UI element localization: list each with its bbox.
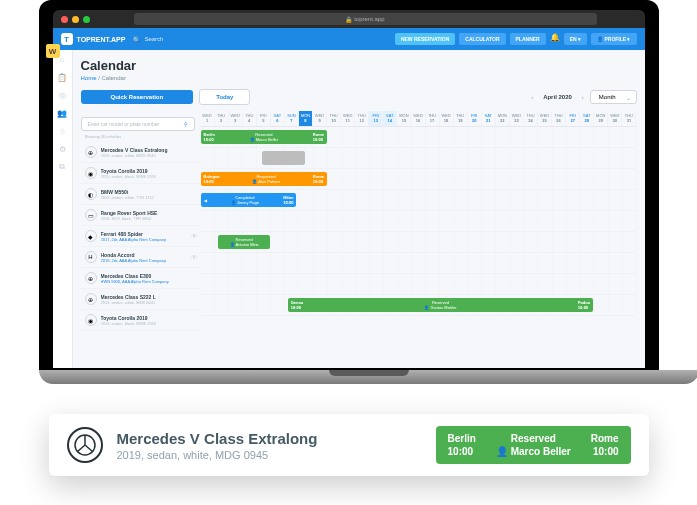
lock-icon: 🔒 xyxy=(345,16,352,23)
vehicle-row[interactable]: ◉Toyota Corolla 20192015, sedan, black, … xyxy=(81,310,201,331)
vehicle-row[interactable]: ⊕Mercedes Class S222 L2019, sedan, white… xyxy=(81,289,201,310)
brand-logo-icon: ⊕ xyxy=(85,146,97,158)
vehicle-meta: 2016, SUV, black, TFR 5864 xyxy=(101,216,197,221)
sidebar-star-icon[interactable]: ☆ xyxy=(57,126,67,136)
url-bar[interactable]: 🔒 toprent.app xyxy=(134,13,597,25)
calendar-day[interactable]: WED1 xyxy=(201,111,215,126)
calendar-day[interactable]: THU17 xyxy=(426,111,440,126)
reservation-bar[interactable] xyxy=(262,151,306,165)
prev-month-icon[interactable]: ‹ xyxy=(531,94,533,100)
visibility-icon[interactable]: 👁 xyxy=(191,233,197,239)
vehicle-row[interactable]: ⊕Mercedes V Class Extralong2019, sedan, … xyxy=(81,142,201,163)
calendar-day[interactable]: SAT14 xyxy=(383,111,397,126)
vehicle-row[interactable]: ⊕Mercedes Class E300HWN 9900, AAA Alpha … xyxy=(81,268,201,289)
view-select[interactable]: Month xyxy=(590,90,637,104)
window-minimize-icon[interactable] xyxy=(72,16,79,23)
calendar-day[interactable]: WED23 xyxy=(510,111,524,126)
calendar-day[interactable]: MON8 xyxy=(299,111,313,126)
visibility-icon[interactable]: 👁 xyxy=(191,254,197,260)
laptop-base xyxy=(39,370,698,384)
window-maximize-icon[interactable] xyxy=(83,16,90,23)
calendar-day[interactable]: MON15 xyxy=(397,111,411,126)
calendar-day[interactable]: THU19 xyxy=(454,111,468,126)
global-search[interactable]: 🔍 Search xyxy=(133,36,253,43)
vehicle-row[interactable]: ▭Range Rover Sport HSE2016, SUV, black, … xyxy=(81,205,201,226)
vehicle-row[interactable]: ◐BMW M550i2019, sedan, white, TTG 1112 xyxy=(81,184,201,205)
calendar-row[interactable] xyxy=(201,148,637,169)
calendar-day[interactable]: FRI20 xyxy=(468,111,482,126)
today-button[interactable]: Today xyxy=(199,89,250,105)
reservation-bar[interactable]: Reserved👤 Antonio Meis xyxy=(218,235,270,249)
calendar-day[interactable]: SAT28 xyxy=(580,111,594,126)
reservation-bar[interactable]: Bologna10:00Requested👤 Alan PalmerRome10… xyxy=(201,172,327,186)
calendar-row[interactable] xyxy=(201,211,637,232)
vehicle-search-input[interactable]: Enter car model or plate number ⚲ xyxy=(81,117,195,131)
calendar-day[interactable]: WED25 xyxy=(538,111,552,126)
calendar-row[interactable]: Reserved👤 Antonio Meis xyxy=(201,232,637,253)
calendar-day[interactable]: FRI27 xyxy=(566,111,580,126)
calendar-header: WED1THU2WED3THU4FRI5SAT6SUN7MON8WED9THU1… xyxy=(201,111,637,127)
calendar-row[interactable] xyxy=(201,274,637,295)
calendar-day[interactable]: THU31 xyxy=(622,111,636,126)
sidebar-gear-icon[interactable]: ⚙ xyxy=(57,144,67,154)
reservation-bar[interactable]: Genoa10:00Reserved👤 Gustav MahlerPadua10… xyxy=(288,298,593,312)
detail-reservation-bar[interactable]: Berlin 10:00 Reserved 👤 Marco Beller Rom… xyxy=(436,426,631,464)
calendar-day[interactable]: SUN7 xyxy=(285,111,299,126)
calendar-day[interactable]: SAT6 xyxy=(271,111,285,126)
workspace-badge[interactable]: W xyxy=(53,44,60,58)
calendar-day[interactable]: THU2 xyxy=(215,111,229,126)
calendar-row[interactable]: Berlin10:00Reserved👤 Marco BellerRome10:… xyxy=(201,127,637,148)
app-logo[interactable]: T TOPRENT.APP xyxy=(61,33,126,45)
calendar-day[interactable]: THU26 xyxy=(552,111,566,126)
next-month-icon[interactable]: › xyxy=(582,94,584,100)
calendar-day[interactable]: THU10 xyxy=(327,111,341,126)
calendar-day[interactable]: WED11 xyxy=(341,111,355,126)
profile-menu[interactable]: 👤 PROFILE ▾ xyxy=(591,33,636,45)
calendar-day[interactable]: WED16 xyxy=(411,111,425,126)
vehicle-row[interactable]: ◉Toyota Corolla 20192015, sedan, black, … xyxy=(81,163,201,184)
vehicle-meta: 2019, sedan, white, TTG 1112 xyxy=(101,195,197,200)
planner-button[interactable]: PLANNER xyxy=(510,33,546,45)
calendar-day[interactable]: MON22 xyxy=(496,111,510,126)
calendar-day[interactable]: THU12 xyxy=(355,111,369,126)
calendar-day[interactable]: WED9 xyxy=(313,111,327,126)
quick-reservation-button[interactable]: Quick Reservation xyxy=(81,90,194,104)
window-close-icon[interactable] xyxy=(61,16,68,23)
filter-icon[interactable]: ⚲ xyxy=(184,121,188,127)
sidebar-copy-icon[interactable]: ⧉ xyxy=(57,162,67,172)
language-select[interactable]: EN ▾ xyxy=(564,33,587,45)
reservation-detail-card: Mercedes V Class Extralong 2019, sedan, … xyxy=(49,414,649,476)
calendar-day[interactable]: THU4 xyxy=(243,111,257,126)
sidebar-clipboard-icon[interactable]: 📋 xyxy=(57,72,67,82)
logo-icon: T xyxy=(61,33,73,45)
vehicle-meta: 2019, 2dr, AAA Alpha Rent Company xyxy=(101,258,187,263)
calendar-day[interactable]: SAT21 xyxy=(482,111,496,126)
calendar-row[interactable] xyxy=(201,253,637,274)
calendar-day[interactable]: FRI13 xyxy=(369,111,383,126)
calendar-row[interactable]: ◀Completed👤 Jimmy PageMilan10:00 xyxy=(201,190,637,211)
detail-vehicle-name: Mercedes V Class Extralong xyxy=(117,430,422,447)
calendar-day[interactable]: WED30 xyxy=(608,111,622,126)
brand-logo-icon: ⊕ xyxy=(85,293,97,305)
calendar-day[interactable]: WED3 xyxy=(229,111,243,126)
calendar-day[interactable]: THU24 xyxy=(524,111,538,126)
calendar-row[interactable]: Genoa10:00Reserved👤 Gustav MahlerPadua10… xyxy=(201,295,637,316)
new-reservation-button[interactable]: NEW RESERVATION xyxy=(395,33,455,45)
vehicle-meta: 2015, sedan, black, MWE 2019 xyxy=(101,174,197,179)
breadcrumb-home[interactable]: Home xyxy=(81,75,97,81)
calendar-day[interactable]: FRI5 xyxy=(257,111,271,126)
calendar-row[interactable]: Bologna10:00Requested👤 Alan PalmerRome10… xyxy=(201,169,637,190)
vehicle-row[interactable]: ◆Ferrari 488 Spider2017, 2dr, AAA Alpha … xyxy=(81,226,201,247)
search-icon: 🔍 xyxy=(133,36,140,43)
vehicle-meta: 2015, sedan, black, MWE 2019 xyxy=(101,321,197,326)
sidebar-users-icon[interactable]: 👥 xyxy=(57,108,67,118)
reservation-bar[interactable]: Berlin10:00Reserved👤 Marco BellerRome10:… xyxy=(201,130,327,144)
vehicle-meta: 2019, sedan, white, MDK 6641 xyxy=(101,300,197,305)
calendar-day[interactable]: WED18 xyxy=(440,111,454,126)
notifications-icon[interactable]: 🔔 xyxy=(550,33,560,45)
calendar-day[interactable]: MON29 xyxy=(594,111,608,126)
vehicle-row[interactable]: HHonda Accord2019, 2dr, AAA Alpha Rent C… xyxy=(81,247,201,268)
reservation-bar[interactable]: ◀Completed👤 Jimmy PageMilan10:00 xyxy=(201,193,297,207)
sidebar-steering-icon[interactable]: ◎ xyxy=(57,90,67,100)
calculator-button[interactable]: CALCULATOR xyxy=(459,33,505,45)
